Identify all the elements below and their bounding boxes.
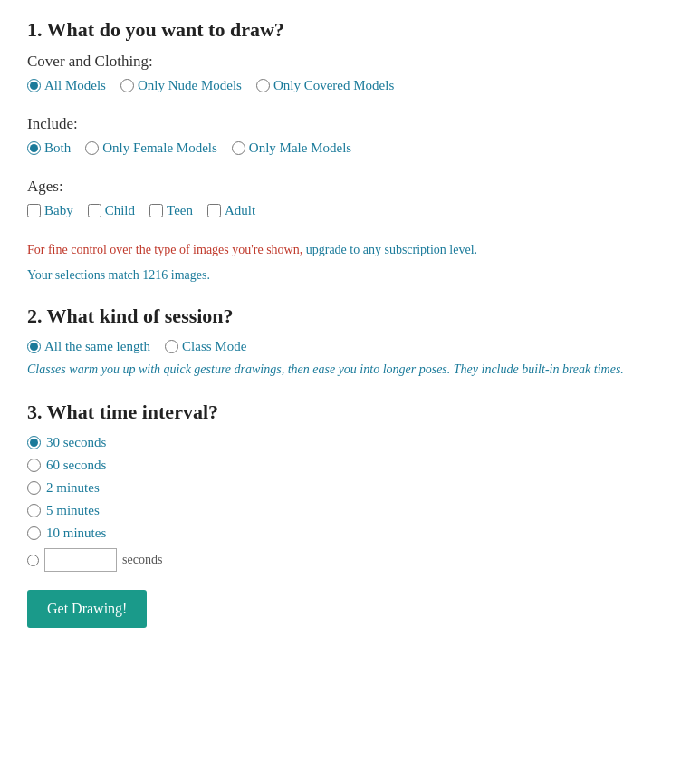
cover-nude-radio[interactable] — [120, 79, 134, 92]
custom-seconds-label: seconds — [122, 553, 162, 567]
session-options: All the same length Class Mode — [27, 339, 673, 354]
session-class-mode[interactable]: Class Mode — [165, 339, 246, 354]
time-10m-label: 10 minutes — [46, 526, 106, 541]
include-female-label: Only Female Models — [102, 140, 217, 156]
cover-label: Cover and Clothing: — [27, 53, 673, 71]
age-adult-checkbox[interactable] — [207, 204, 221, 217]
time-30s-label: 30 seconds — [46, 435, 106, 450]
match-suffix: images. — [168, 268, 210, 282]
upgrade-link[interactable]: upgrade to any subscription level. — [306, 243, 477, 256]
include-female[interactable]: Only Female Models — [85, 140, 217, 156]
cover-covered-radio[interactable] — [256, 79, 270, 92]
include-both-label: Both — [44, 140, 71, 156]
age-baby[interactable]: Baby — [27, 203, 73, 218]
match-prefix: Your selections match — [27, 268, 142, 282]
time-5m[interactable]: 5 minutes — [27, 503, 673, 518]
session-description: Classes warm you up with quick gesture d… — [27, 360, 673, 379]
time-2m[interactable]: 2 minutes — [27, 480, 673, 496]
age-teen-label: Teen — [167, 203, 193, 218]
include-male-label: Only Male Models — [249, 140, 351, 156]
age-baby-checkbox[interactable] — [27, 204, 41, 217]
info-prefix: For fine control over the type of images… — [27, 243, 306, 256]
age-adult-label: Adult — [225, 203, 255, 218]
section-time-interval: 3. What time interval? 30 seconds 60 sec… — [27, 401, 673, 628]
include-male-radio[interactable] — [232, 141, 245, 155]
session-desc-highlight: warm you up with quick gesture drawings,… — [69, 362, 624, 376]
time-10m-radio[interactable] — [27, 526, 41, 540]
custom-seconds-input[interactable] — [44, 548, 117, 572]
age-child-label: Child — [105, 203, 135, 218]
age-baby-label: Baby — [44, 203, 73, 218]
include-options: Both Only Female Models Only Male Models — [27, 140, 673, 156]
cover-all-label: All Models — [44, 78, 106, 93]
section-what-to-draw: 1. What do you want to draw? Cover and C… — [27, 18, 673, 283]
time-30s-radio[interactable] — [27, 436, 41, 449]
age-child-checkbox[interactable] — [88, 204, 101, 217]
session-class-radio[interactable] — [165, 340, 178, 353]
ages-group: Ages: Baby Child Teen Adult — [27, 178, 673, 218]
age-teen-checkbox[interactable] — [149, 204, 163, 217]
cover-all-models[interactable]: All Models — [27, 78, 106, 93]
match-text: Your selections match 1216 images. — [27, 268, 673, 283]
cover-covered-label: Only Covered Models — [273, 78, 394, 93]
cover-options: All Models Only Nude Models Only Covered… — [27, 78, 673, 93]
cover-covered-models[interactable]: Only Covered Models — [256, 78, 394, 93]
include-label: Include: — [27, 115, 673, 133]
time-5m-radio[interactable] — [27, 504, 41, 517]
time-60s-radio[interactable] — [27, 459, 41, 472]
cover-nude-label: Only Nude Models — [138, 78, 242, 93]
include-female-radio[interactable] — [85, 141, 99, 155]
time-custom-radio[interactable] — [27, 555, 39, 566]
section3-title: 3. What time interval? — [27, 401, 673, 424]
include-group: Include: Both Only Female Models Only Ma… — [27, 115, 673, 156]
age-options: Baby Child Teen Adult — [27, 203, 673, 218]
include-male[interactable]: Only Male Models — [232, 140, 351, 156]
time-custom: seconds — [27, 548, 673, 572]
cover-all-radio[interactable] — [27, 79, 41, 92]
age-adult[interactable]: Adult — [207, 203, 255, 218]
age-child[interactable]: Child — [88, 203, 135, 218]
section1-title: 1. What do you want to draw? — [27, 18, 673, 42]
info-text: For fine control over the type of images… — [27, 240, 673, 259]
time-2m-label: 2 minutes — [46, 480, 100, 496]
session-class-label: Class Mode — [182, 339, 246, 354]
time-options-list: 30 seconds 60 seconds 2 minutes 5 minute… — [27, 435, 673, 572]
time-2m-radio[interactable] — [27, 481, 41, 495]
session-desc-prefix: Classes — [27, 362, 69, 376]
cover-clothing-group: Cover and Clothing: All Models Only Nude… — [27, 53, 673, 93]
ages-label: Ages: — [27, 178, 673, 196]
get-drawing-button[interactable]: Get Drawing! — [27, 590, 147, 628]
include-both[interactable]: Both — [27, 140, 71, 156]
time-30s[interactable]: 30 seconds — [27, 435, 673, 450]
time-10m[interactable]: 10 minutes — [27, 526, 673, 541]
cover-nude-models[interactable]: Only Nude Models — [120, 78, 242, 93]
section2-title: 2. What kind of session? — [27, 304, 673, 328]
time-60s[interactable]: 60 seconds — [27, 458, 673, 473]
time-60s-label: 60 seconds — [46, 458, 106, 473]
session-same-label: All the same length — [44, 339, 150, 354]
section-session-type: 2. What kind of session? All the same le… — [27, 304, 673, 379]
include-both-radio[interactable] — [27, 141, 41, 155]
session-same-length[interactable]: All the same length — [27, 339, 150, 354]
match-count: 1216 — [142, 268, 168, 282]
age-teen[interactable]: Teen — [149, 203, 193, 218]
time-5m-label: 5 minutes — [46, 503, 100, 518]
session-same-radio[interactable] — [27, 340, 41, 353]
